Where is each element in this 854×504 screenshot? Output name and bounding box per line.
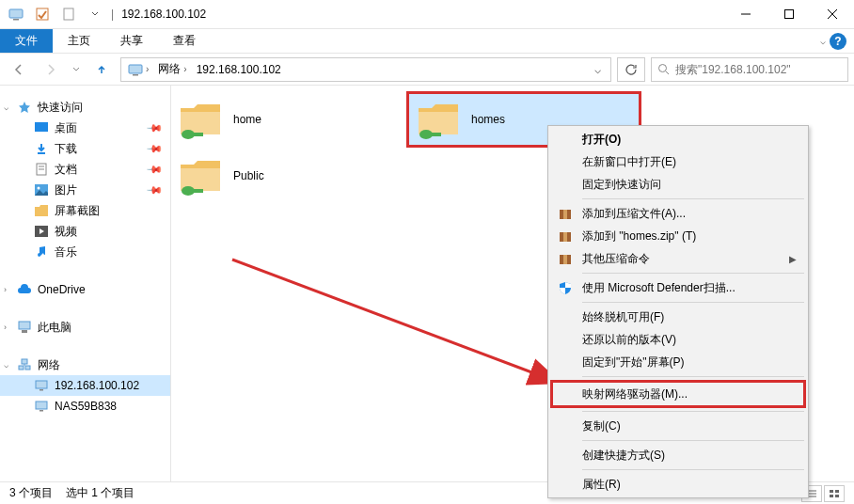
svg-rect-21 bbox=[22, 330, 27, 333]
properties-qat-icon[interactable] bbox=[32, 4, 53, 24]
address-seg-host[interactable]: 192.168.100.102 bbox=[194, 63, 284, 76]
ctx-separator bbox=[582, 469, 804, 470]
ctx-defender[interactable]: 使用 Microsoft Defender扫描... bbox=[550, 276, 806, 299]
window-controls bbox=[724, 0, 854, 29]
music-icon bbox=[34, 244, 49, 260]
ctx-always-offline[interactable]: 始终脱机可用(F) bbox=[550, 306, 806, 328]
svg-rect-29 bbox=[40, 410, 43, 412]
nav-host2[interactable]: NAS59B838 bbox=[0, 396, 170, 417]
svg-rect-24 bbox=[25, 366, 30, 370]
nav-pictures[interactable]: 图片📌 bbox=[0, 180, 170, 200]
document-icon bbox=[34, 162, 49, 177]
annotation-arrow bbox=[228, 255, 576, 405]
ctx-create-shortcut[interactable]: 创建快捷方式(S) bbox=[550, 444, 806, 466]
expand-icon[interactable]: › bbox=[4, 323, 7, 332]
nav-this-pc[interactable]: ›此电脑 bbox=[0, 317, 170, 338]
nav-downloads[interactable]: 下载📌 bbox=[0, 138, 170, 159]
folder-home[interactable]: home bbox=[171, 91, 406, 148]
nav-music[interactable]: 音乐 bbox=[0, 242, 170, 262]
nav-up-button[interactable] bbox=[88, 57, 115, 82]
ctx-copy[interactable]: 复制(C) bbox=[550, 415, 806, 437]
search-input[interactable] bbox=[675, 63, 842, 76]
svg-rect-46 bbox=[835, 495, 839, 497]
close-button[interactable] bbox=[811, 0, 854, 29]
nav-documents[interactable]: 文档📌 bbox=[0, 159, 170, 180]
search-icon bbox=[657, 63, 670, 75]
expand-icon[interactable]: › bbox=[4, 285, 7, 294]
app-icon bbox=[6, 4, 26, 24]
folder-label: homes bbox=[471, 113, 505, 126]
svg-rect-28 bbox=[36, 402, 47, 409]
archive-icon bbox=[558, 228, 573, 244]
expand-icon[interactable]: ⌵ bbox=[4, 102, 8, 112]
expand-icon[interactable]: ⌵ bbox=[4, 360, 8, 370]
address-root-icon[interactable]: › bbox=[125, 63, 151, 76]
ctx-restore-prev[interactable]: 还原以前的版本(V) bbox=[550, 328, 806, 351]
pin-icon: 📌 bbox=[145, 118, 163, 136]
desktop-icon bbox=[34, 120, 49, 135]
ctx-add-zip[interactable]: 添加到 "homes.zip" (T) bbox=[550, 225, 806, 247]
ctx-separator bbox=[582, 411, 804, 412]
svg-rect-23 bbox=[19, 366, 24, 370]
svg-rect-5 bbox=[785, 10, 794, 19]
svg-rect-26 bbox=[36, 381, 47, 388]
ctx-separator bbox=[582, 198, 804, 199]
nav-host1[interactable]: 192.168.100.102 bbox=[0, 375, 170, 396]
tab-view[interactable]: 查看 bbox=[158, 29, 211, 53]
shield-icon bbox=[558, 280, 573, 295]
folder-label: Public bbox=[233, 169, 264, 182]
ctx-properties[interactable]: 属性(R) bbox=[550, 473, 806, 496]
nav-screenshots[interactable]: 屏幕截图 bbox=[0, 200, 170, 221]
nav-forward-button[interactable] bbox=[38, 57, 64, 82]
ctx-pin-start[interactable]: 固定到"开始"屏幕(P) bbox=[550, 351, 806, 373]
monitor-icon bbox=[34, 399, 49, 414]
ctx-other-archive[interactable]: 其他压缩命令▶ bbox=[550, 247, 806, 270]
ctx-map-drive[interactable]: 映射网络驱动器(M)... bbox=[550, 380, 806, 408]
ctx-pin-quick[interactable]: 固定到快速访问 bbox=[550, 173, 806, 196]
nav-quick-access[interactable]: ⌵ 快速访问 bbox=[0, 97, 170, 118]
folder-label: home bbox=[233, 113, 261, 126]
ctx-open-new[interactable]: 在新窗口中打开(E) bbox=[550, 150, 806, 173]
refresh-button[interactable] bbox=[617, 57, 645, 82]
view-large-button[interactable] bbox=[824, 485, 845, 502]
address-bar[interactable]: › 网络 › 192.168.100.102 ⌵ bbox=[120, 57, 611, 82]
tab-share[interactable]: 共享 bbox=[105, 29, 158, 53]
title-separator: | bbox=[111, 8, 114, 21]
svg-rect-8 bbox=[129, 65, 142, 73]
cloud-icon bbox=[17, 282, 32, 297]
nav-videos[interactable]: 视频 bbox=[0, 221, 170, 242]
ctx-add-archive[interactable]: 添加到压缩文件(A)... bbox=[550, 202, 806, 225]
nav-network[interactable]: ⌵网络 bbox=[0, 354, 170, 375]
svg-rect-22 bbox=[22, 359, 27, 364]
help-icon[interactable]: ? bbox=[830, 33, 846, 50]
quick-access-toolbar: | 192.168.100.102 bbox=[0, 0, 206, 28]
status-count: 3 个项目 bbox=[9, 485, 53, 501]
archive-icon bbox=[558, 206, 573, 221]
folder-public[interactable]: Public bbox=[171, 148, 406, 204]
address-dropdown-icon[interactable]: ⌵ bbox=[588, 63, 607, 76]
nav-onedrive[interactable]: ›OneDrive bbox=[0, 279, 170, 300]
nav-desktop[interactable]: 桌面📌 bbox=[0, 118, 170, 138]
svg-rect-0 bbox=[9, 9, 23, 18]
qat-dropdown-icon[interactable] bbox=[85, 4, 105, 24]
ribbon-tabs: 文件 主页 共享 查看 ⌵ ? bbox=[0, 29, 854, 54]
ribbon-expand-icon[interactable]: ⌵ bbox=[820, 36, 826, 46]
minimize-button[interactable] bbox=[724, 0, 767, 29]
context-menu: 打开(O) 在新窗口中打开(E) 固定到快速访问 添加到压缩文件(A)... 添… bbox=[547, 125, 809, 498]
nav-label: 快速访问 bbox=[38, 100, 83, 116]
nav-recent-dropdown[interactable] bbox=[70, 57, 83, 82]
new-folder-qat-icon[interactable] bbox=[58, 4, 79, 24]
svg-point-31 bbox=[419, 130, 433, 139]
shared-folder-icon bbox=[179, 157, 222, 195]
maximize-button[interactable] bbox=[767, 0, 811, 29]
search-box[interactable] bbox=[651, 57, 848, 82]
nav-back-button[interactable] bbox=[6, 57, 32, 82]
tab-home[interactable]: 主页 bbox=[53, 29, 105, 53]
svg-rect-20 bbox=[19, 322, 30, 329]
svg-line-11 bbox=[666, 71, 669, 74]
address-seg-network[interactable]: 网络 › bbox=[155, 61, 189, 77]
ctx-open[interactable]: 打开(O) bbox=[550, 128, 806, 150]
tab-file[interactable]: 文件 bbox=[0, 29, 53, 53]
pin-icon: 📌 bbox=[145, 139, 163, 157]
ctx-separator bbox=[582, 440, 804, 441]
